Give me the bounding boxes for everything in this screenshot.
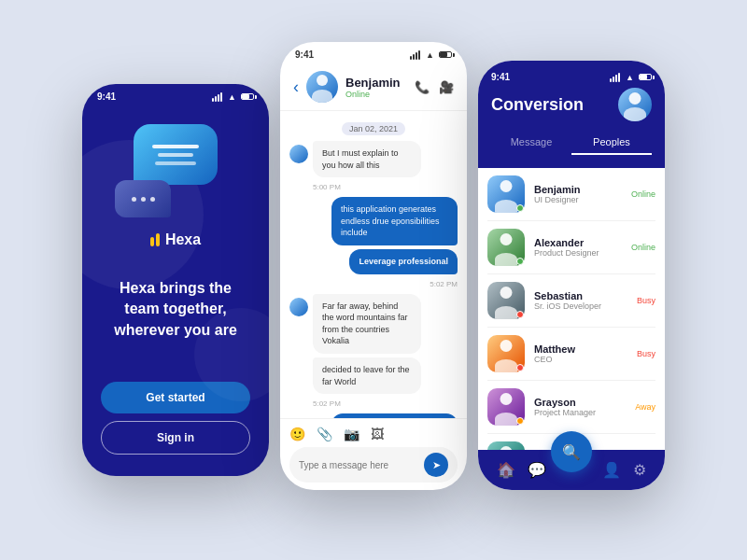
phone-call-icon[interactable]: 📞 — [415, 80, 430, 94]
signal-icon-3 — [610, 73, 620, 82]
attachment-icon[interactable]: 📎 — [317, 427, 332, 441]
settings-nav-icon[interactable]: ⚙ — [629, 457, 650, 483]
message-input-row: ➤ — [289, 447, 458, 483]
contact-matthew[interactable]: Matthew CEO Busy — [487, 328, 655, 381]
msg-bubble-received: But I must explain to you how all this — [313, 141, 421, 177]
contact-info-benjamin: Benjamin UI Designer — [534, 184, 622, 204]
msg-bubble-sent-2: Leverage professional — [349, 249, 458, 274]
wifi-icon-3: ▲ — [626, 73, 634, 82]
chat-user-info: Benjamin Online — [306, 71, 415, 103]
camera-icon[interactable]: 📷 — [344, 427, 359, 441]
message-item-2: Far far away, behind the word mountains … — [289, 294, 458, 409]
status-alexander: Online — [631, 243, 655, 252]
phone3-title-row: Conversion — [491, 88, 652, 121]
date-badge: Jan 02, 2021 — [280, 119, 467, 135]
msg-avatar — [289, 145, 308, 163]
msg-time-2: 5:02 PM — [313, 399, 458, 408]
signal-icon — [212, 92, 222, 102]
msg-received-3: decided to leave for the far World — [313, 357, 421, 394]
contact-grayson[interactable]: Grayson Project Manager Away — [487, 381, 655, 434]
chat-user-avatar — [306, 71, 338, 103]
battery-icon — [241, 93, 254, 100]
status-icons-phone1: ▲ — [212, 92, 254, 102]
messages-area: But I must explain to you how all this 5… — [280, 141, 467, 418]
phones-container: 9:41 ▲ — [63, 51, 684, 509]
msg-time: 5:00 PM — [313, 183, 458, 191]
contact-sebastian[interactable]: Sebastian Sr. iOS Developer Busy — [487, 274, 655, 328]
msg-avatar-2 — [289, 298, 308, 316]
status-grayson: Away — [635, 402, 655, 412]
contact-benjamin[interactable]: Benjamin UI Designer Online — [487, 168, 655, 221]
chat-user-status: Online — [345, 90, 401, 99]
message-item: But I must explain to you how all this 5… — [289, 141, 458, 191]
video-call-icon[interactable]: 🎥 — [439, 80, 454, 94]
contact-info-grayson: Grayson Project Manager — [534, 397, 626, 417]
home-nav-icon[interactable]: 🏠 — [493, 457, 519, 483]
time-phone3: 9:41 — [491, 72, 510, 82]
phone3-header: 9:41 ▲ Conversion — [478, 61, 665, 168]
chat-nav-icon[interactable]: 💬 — [524, 457, 550, 483]
contacts-nav-icon[interactable]: 👤 — [599, 457, 625, 483]
send-button[interactable]: ➤ — [424, 453, 448, 477]
status-benjamin: Online — [631, 189, 655, 199]
status-bar-phone3: 9:41 ▲ — [491, 68, 652, 88]
chat-user-name: Benjamin — [345, 76, 401, 90]
phone-2-chat: 9:41 ▲ ‹ — [280, 42, 467, 490]
battery-icon-3 — [639, 74, 652, 80]
bubble-small — [115, 180, 171, 217]
time-phone1: 9:41 — [97, 91, 116, 102]
message-input[interactable] — [299, 460, 418, 470]
signal-icon-2 — [410, 50, 420, 60]
chat-actions: 📞 🎥 — [415, 80, 454, 94]
contacts-list: Benjamin UI Designer Online — [478, 168, 665, 450]
status-matthew: Busy — [637, 349, 655, 358]
contact-info-alexander: Alexander Product Designer — [534, 237, 622, 258]
header-user-avatar[interactable] — [618, 88, 652, 121]
wifi-icon-2: ▲ — [426, 50, 434, 60]
bubble-main — [134, 124, 218, 185]
contact-avatar-christopher — [487, 441, 525, 450]
contact-info-sebastian: Sebastian Sr. iOS Developer — [534, 290, 627, 311]
image-icon[interactable]: 🖼 — [371, 427, 384, 441]
search-fab-button[interactable]: 🔍 — [551, 431, 592, 472]
status-icons-phone2: ▲ — [410, 50, 452, 60]
battery-icon-2 — [439, 51, 452, 58]
phone-1-hexa-landing: 9:41 ▲ — [82, 84, 269, 476]
conversion-title: Conversion — [491, 95, 584, 115]
tab-message[interactable]: Message — [491, 131, 571, 155]
msg-received-2: Far far away, behind the word mountains … — [313, 294, 421, 354]
time-phone2: 9:41 — [295, 49, 314, 60]
back-button[interactable]: ‹ — [293, 77, 299, 97]
status-sebastian: Busy — [637, 296, 655, 305]
status-icons-phone3: ▲ — [610, 73, 652, 82]
phone-3-contacts: 9:41 ▲ Conversion — [478, 61, 665, 490]
contact-alexander[interactable]: Alexander Product Designer Online — [487, 221, 655, 274]
phone3-bottom-bar: 🏠 💬 👤 ⚙ 🔍 — [478, 450, 665, 490]
chat-toolbar-icons: 🙂 📎 📷 🖼 — [289, 427, 458, 441]
tab-peoples[interactable]: Peoples — [571, 131, 652, 155]
chat-header: ‹ Benjamin Online 📞 🎥 — [280, 63, 467, 111]
tabs-row: Message Peoples — [491, 131, 652, 155]
status-bar-phone2: 9:41 ▲ — [280, 42, 467, 63]
msg-time-sent: 5:02 PM — [430, 280, 458, 288]
chat-input-area: 🙂 📎 📷 🖼 ➤ — [280, 418, 467, 490]
msg-bubble-sent: this application generates endless drue … — [331, 197, 458, 245]
chat-bubble-illustration — [115, 124, 236, 217]
status-bar-phone1: 9:41 ▲ — [82, 84, 269, 105]
contact-info-matthew: Matthew CEO — [534, 343, 627, 364]
sign-in-button[interactable]: Sign in — [101, 421, 250, 455]
wifi-icon: ▲ — [228, 92, 236, 102]
chat-user-details: Benjamin Online — [345, 76, 401, 99]
emoji-icon[interactable]: 🙂 — [289, 427, 305, 441]
